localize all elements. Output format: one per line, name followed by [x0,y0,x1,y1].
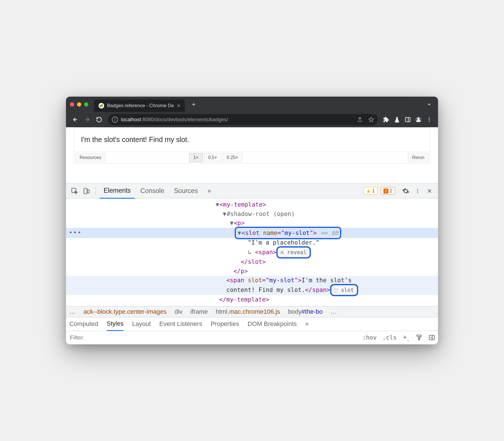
demo-container: I'm the slot's content! Find my slot. Re… [74,127,430,164]
dom-node[interactable]: </p> [66,267,438,276]
forward-button[interactable] [82,114,93,125]
inspect-element-icon[interactable] [69,186,80,196]
site-info-icon[interactable]: i [112,116,118,123]
tab-console[interactable]: Console [136,184,168,198]
styles-filter-row: :hov .cls +⌄ [66,331,438,344]
svg-point-12 [417,190,418,191]
svg-point-11 [417,189,418,190]
address-bar: i localhost:8080/docs/devtools/elements/… [66,112,438,127]
dom-node[interactable]: ▼#shadow-root (open) [66,209,438,219]
zoom-quarter-button[interactable]: 0.25× [223,153,242,162]
breadcrumb-segment[interactable]: iframe [191,308,208,315]
settings-gear-icon[interactable] [401,186,411,196]
devtools-close-icon[interactable] [424,186,435,196]
page-viewport: I'm the slot's content! Find my slot. Re… [66,127,438,344]
dom-node[interactable]: </slot> [66,257,438,267]
devtools-menu-icon[interactable] [413,186,423,196]
subtab-styles[interactable]: Styles [107,317,124,331]
tab-close-icon[interactable]: ✕ [177,103,180,109]
styles-tabbar: Computed Styles Layout Event Listeners P… [66,317,438,331]
warning-icon: ▲ [366,188,371,194]
sidepanel-icon[interactable] [403,115,413,124]
profile-avatar[interactable] [414,115,423,124]
new-style-rule-icon[interactable]: +⌄ [403,333,410,342]
device-toolbar-icon[interactable] [81,186,91,196]
expand-dots-icon[interactable]: ••• [69,228,82,238]
warnings-badge[interactable]: ▲1 [363,187,377,195]
share-icon[interactable] [357,117,363,122]
rerun-button[interactable]: Rerun [408,153,429,162]
subtab-more[interactable]: » [305,317,309,330]
resources-button[interactable]: Resources [75,153,105,162]
toggle-sidebar-icon[interactable] [428,334,435,341]
subtab-event-listeners[interactable]: Event Listeners [159,317,202,330]
labs-icon[interactable] [392,115,402,124]
dom-tree[interactable]: ▼<my-template> ▼#shadow-root (open) ▼<p>… [66,198,438,306]
omnibox[interactable]: i localhost:8080/docs/devtools/elements/… [108,114,378,125]
dom-node[interactable]: "I'm a placeholder." [66,238,438,247]
dom-node[interactable]: content! Find my slot.</span>⬚ slot [66,285,438,295]
dom-node[interactable]: </my-template> [66,295,438,304]
reveal-badge[interactable]: ⇱ reveal [277,247,310,257]
issues-icon: ! [383,188,388,194]
tab-elements[interactable]: Elements [100,183,135,199]
styles-filter-input[interactable] [66,334,360,341]
devtools-tabbar: Elements Console Sources » ▲1 !2 [66,184,438,198]
demo-controls: Resources 1× 0.5× 0.25× Rerun [74,152,430,163]
dom-node[interactable]: ↳ <span>⇱ reveal [66,247,438,257]
slot-badge[interactable]: ⬚ slot [331,285,357,295]
minimize-window-button[interactable] [77,102,81,107]
close-window-button[interactable] [70,102,74,107]
svg-rect-2 [405,118,410,122]
cls-toggle[interactable]: .cls [382,334,397,341]
zoom-1x-button[interactable]: 1× [189,153,203,162]
subtab-dom-breakpoints[interactable]: DOM Breakpoints [247,317,297,330]
svg-rect-9 [84,188,87,194]
paint-icon[interactable] [416,334,423,341]
dom-node[interactable]: ▼<p> [66,219,438,228]
errors-badge[interactable]: !2 [381,187,395,195]
tab-sources[interactable]: Sources [170,184,202,198]
title-bar: Badges reference - Chrome De ✕ ＋ [66,97,438,112]
svg-rect-10 [87,190,89,193]
slot-icon: ⬚ [334,287,341,293]
subtab-computed[interactable]: Computed [69,317,98,330]
extensions-icon[interactable] [381,115,391,124]
hov-toggle[interactable]: :hov [362,334,377,341]
traffic-lights [70,102,88,107]
subtab-properties[interactable]: Properties [211,317,239,330]
chrome-favicon-icon [99,103,104,109]
dom-node[interactable]: <span slot="my-slot">I'm the slot's [66,276,438,285]
breadcrumb-segment[interactable]: ack--block.type.center-images [84,308,166,315]
zoom-half-button[interactable]: 0.5× [204,153,221,162]
tab-more[interactable]: » [204,184,215,198]
reload-button[interactable] [94,114,104,125]
slot-content-text: I'm the slot's content! Find my slot. [74,128,430,152]
bookmark-icon[interactable] [368,117,374,122]
svg-point-13 [417,192,418,193]
svg-point-7 [429,121,430,122]
browser-tab[interactable]: Badges reference - Chrome De ✕ [94,99,185,112]
tab-search-icon[interactable] [427,102,432,107]
svg-point-6 [429,119,430,120]
tab-title: Badges reference - Chrome De [107,103,174,109]
svg-point-4 [417,118,420,120]
dom-node[interactable]: ▼<my-template> [66,200,438,209]
svg-rect-14 [429,335,434,340]
reveal-icon: ⇱ [281,249,287,255]
breadcrumb-segment[interactable]: body#the-bo [288,308,323,315]
dom-breadcrumbs[interactable]: … ack--block.type.center-images div ifra… [66,306,438,317]
breadcrumb-segment[interactable]: div [174,308,182,315]
new-tab-button[interactable]: ＋ [191,100,197,109]
url: localhost:8080/docs/devtools/elements/ba… [121,117,228,123]
svg-point-5 [429,118,430,118]
maximize-window-button[interactable] [84,102,88,107]
browser-window: Badges reference - Chrome De ✕ ＋ i local… [66,97,438,344]
back-button[interactable] [70,114,81,125]
chrome-menu-icon[interactable] [424,115,434,124]
subtab-layout[interactable]: Layout [132,317,151,330]
devtools-panel: Elements Console Sources » ▲1 !2 [66,183,438,344]
breadcrumb-segment[interactable]: html.mac.chrome106.js [216,308,280,315]
dom-node-selected[interactable]: ••• ▼<slot name="my-slot"> == $0 [66,228,438,238]
